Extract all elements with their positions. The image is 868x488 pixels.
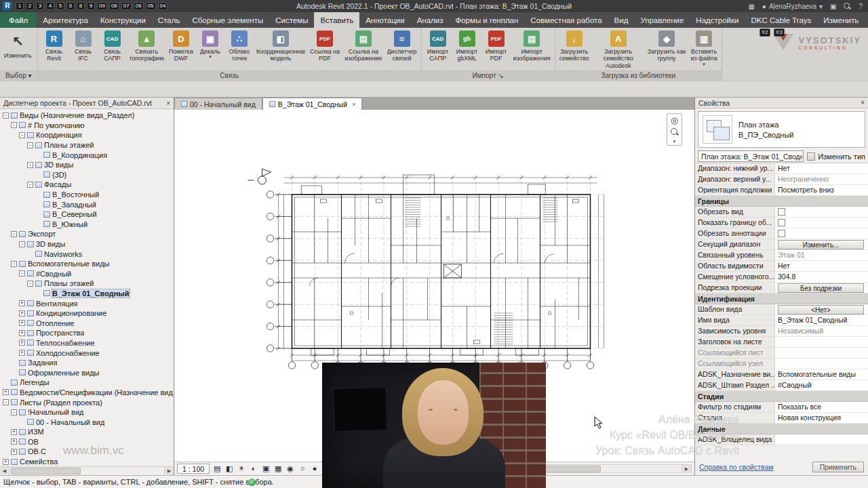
- tree-item[interactable]: -Экспорт: [0, 229, 174, 239]
- property-value[interactable]: Посмотреть вниз: [775, 185, 868, 196]
- property-value[interactable]: Новая конструкция: [775, 413, 868, 424]
- ribbon-button[interactable]: PDFИмпорт PDF: [482, 28, 511, 70]
- ribbon-tab[interactable]: Сталь: [152, 12, 186, 28]
- ribbon-button[interactable]: ◧Координационная модель: [254, 28, 307, 70]
- ribbon-tab[interactable]: Конструкции: [94, 12, 152, 28]
- property-value[interactable]: В_Этаж 01_Сводный: [775, 315, 868, 326]
- scrollbar-thumb[interactable]: [11, 468, 81, 474]
- property-button[interactable]: Изменить...: [778, 240, 864, 249]
- property-value[interactable]: 304.8: [775, 272, 868, 283]
- expand-icon[interactable]: +: [11, 429, 17, 435]
- ribbon-button[interactable]: CADСвязь САПР: [98, 28, 127, 70]
- properties-section-header[interactable]: Стадии: [695, 391, 868, 402]
- tree-item[interactable]: -Координация: [0, 130, 174, 140]
- ribbon-button[interactable]: ◆Загрузить как группу: [646, 28, 688, 70]
- ribbon-panel-label[interactable]: Выбор ▾: [0, 70, 37, 81]
- ribbon-button[interactable]: ▤Ссылка на изображение: [342, 28, 384, 70]
- scroll-right-icon[interactable]: ▶: [682, 465, 691, 473]
- revit-logo-icon[interactable]: R: [3, 1, 12, 11]
- ribbon-tab[interactable]: Совместная работа: [524, 12, 608, 28]
- ribbon-tab[interactable]: Файл: [0, 12, 37, 28]
- project-browser-header[interactable]: Диспетчер проекта - Проект ОВ_AutoCAD.rv…: [0, 98, 174, 109]
- ribbon-panel-label[interactable]: Импорт ↘: [422, 70, 555, 81]
- ribbon-button[interactable]: DПометка DWF: [167, 28, 195, 70]
- tree-item[interactable]: +Холодоснабжение: [0, 348, 174, 358]
- shadows-icon[interactable]: ◐: [248, 464, 259, 474]
- view-tab[interactable]: В_Этаж 01_Сводный×: [262, 98, 363, 110]
- tree-item[interactable]: Задания: [0, 358, 174, 368]
- expand-icon[interactable]: +: [19, 330, 25, 336]
- property-value[interactable]: Без подрезки: [775, 283, 868, 293]
- tree-item[interactable]: +Теплоснабжение: [0, 338, 174, 348]
- tree-item[interactable]: -3D виды: [0, 239, 174, 249]
- ribbon-button[interactable]: ▤Импорт изображения: [511, 28, 553, 70]
- temporary-hide-icon[interactable]: ○: [297, 464, 308, 474]
- ribbon-button[interactable]: ↓Загрузить семейство: [557, 28, 591, 70]
- collapse-icon[interactable]: -: [19, 270, 25, 277]
- property-button[interactable]: <Нет>: [778, 305, 864, 314]
- ribbon-tab[interactable]: Анализ: [411, 12, 450, 28]
- tree-item[interactable]: +Вентиляция: [0, 298, 174, 308]
- scroll-right-icon[interactable]: ▶: [164, 467, 174, 475]
- scrollbar-track[interactable]: [9, 467, 164, 475]
- zoom-icon[interactable]: [671, 128, 679, 136]
- tree-item[interactable]: -Листы (Раздел проекта): [0, 397, 174, 407]
- crop-view-icon[interactable]: ▣: [260, 464, 271, 474]
- ribbon-button[interactable]: RСвязь Revit: [40, 28, 68, 70]
- ribbon-tab[interactable]: Надстройки: [690, 12, 745, 28]
- property-value[interactable]: #Сводный: [775, 380, 868, 391]
- view-scale-button[interactable]: 1 : 100: [177, 464, 210, 474]
- ribbon-tab[interactable]: Аннотации: [359, 12, 410, 28]
- ribbon-panel-label[interactable]: Связь: [38, 70, 421, 81]
- collapse-icon[interactable]: -: [11, 409, 17, 415]
- search-icon[interactable]: [844, 3, 851, 10]
- property-value[interactable]: [775, 434, 868, 445]
- ribbon-button[interactable]: ▲Связать топографию: [127, 28, 166, 70]
- properties-section-header[interactable]: Идентификация: [695, 293, 868, 304]
- property-value[interactable]: Этаж 01: [775, 250, 868, 261]
- tree-item[interactable]: +Пространства: [0, 328, 174, 338]
- ribbon-tab[interactable]: Формы и генплан: [449, 12, 524, 28]
- collapse-icon[interactable]: -: [27, 182, 33, 188]
- property-value[interactable]: [775, 348, 868, 359]
- properties-header[interactable]: Свойства ×: [695, 98, 868, 108]
- detail-level-icon[interactable]: ▤: [212, 464, 222, 474]
- collapse-icon[interactable]: -: [11, 122, 17, 128]
- browser-horizontal-scrollbar[interactable]: ◀ ▶: [0, 466, 174, 475]
- tree-item[interactable]: +ИЗМ: [0, 427, 174, 437]
- tree-item[interactable]: В_Этаж 01_Сводный: [0, 289, 174, 299]
- apps-grid-icon[interactable]: ▦: [748, 3, 754, 10]
- tree-item[interactable]: {3D}: [0, 170, 174, 180]
- tree-item[interactable]: +Семейства: [0, 457, 174, 466]
- property-value[interactable]: <Нет>: [775, 304, 868, 315]
- ribbon-panel-label[interactable]: Загрузка из библиотеки: [555, 70, 722, 81]
- checkbox[interactable]: [778, 208, 785, 216]
- property-value[interactable]: Изменить...: [775, 239, 868, 250]
- steering-wheel-icon[interactable]: ◎: [671, 116, 678, 125]
- sun-path-icon[interactable]: ☀: [236, 464, 247, 474]
- property-value[interactable]: [775, 207, 868, 218]
- tree-item[interactable]: -!Начальный вид: [0, 407, 174, 418]
- ribbon-button[interactable]: PDFСсылка на PDF: [308, 28, 342, 70]
- visual-style-icon[interactable]: ◧: [224, 464, 235, 474]
- expand-icon[interactable]: +: [3, 459, 9, 465]
- type-selector-dropdown[interactable]: План этажа: В_Этаж 01_Сводный ▾: [698, 150, 804, 162]
- property-value[interactable]: Неограниченно: [775, 174, 868, 185]
- collapse-icon[interactable]: -: [3, 399, 9, 405]
- tree-item[interactable]: -#Сводный: [0, 269, 174, 279]
- expand-icon[interactable]: +: [19, 320, 25, 326]
- tree-item[interactable]: -Планы этажей: [0, 140, 174, 150]
- property-value[interactable]: Независимый: [775, 326, 868, 337]
- checkbox[interactable]: [778, 219, 785, 226]
- show-crop-region-icon[interactable]: ▦: [273, 464, 283, 474]
- ribbon-tab[interactable]: Вставить: [314, 12, 359, 28]
- collapse-icon[interactable]: -: [11, 261, 17, 267]
- property-value[interactable]: Нет: [775, 163, 868, 174]
- property-value[interactable]: Показать все: [775, 402, 868, 413]
- close-icon[interactable]: ×: [861, 99, 865, 106]
- close-view-icon[interactable]: ×: [352, 101, 355, 108]
- reveal-hidden-icon[interactable]: ●: [309, 464, 320, 474]
- property-value[interactable]: Нет: [775, 261, 868, 272]
- ribbon-tab[interactable]: Управление: [634, 12, 690, 28]
- scroll-left-icon[interactable]: ◀: [0, 467, 9, 475]
